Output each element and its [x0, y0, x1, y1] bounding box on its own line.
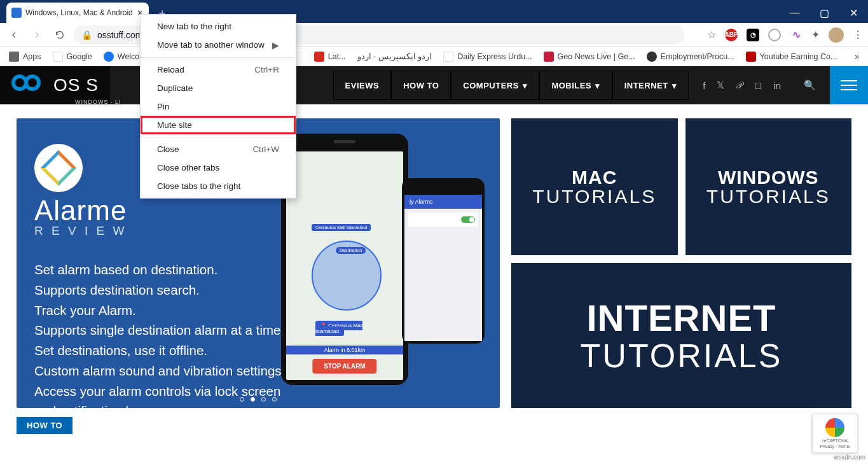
- titlebar: Windows, Linux, Mac & Android ✕ ＋ — ▢ ✕: [0, 0, 868, 23]
- watermark: wsxdn.com: [834, 454, 865, 461]
- app-icon: [34, 144, 83, 192]
- ctx-reload[interactable]: ReloadCtrl+R: [141, 60, 296, 79]
- ctx-new-tab-right[interactable]: New tab to the right: [141, 17, 296, 36]
- bookmark-employment[interactable]: Employment/Procu...: [643, 49, 738, 64]
- recaptcha-icon: [825, 418, 844, 437]
- phone-big: Centaurus Mall Islamabad Destination 📍 C…: [281, 134, 408, 385]
- ctx-separator: [141, 57, 296, 58]
- apps-icon: [9, 52, 19, 62]
- tile-mac[interactable]: MAC TUTORIALS: [511, 118, 678, 255]
- lock-icon: 🔒: [81, 30, 92, 40]
- map-pin: 📍 Centaurus Mall Islamabad: [315, 321, 362, 336]
- main-nav: EVIEWS HOW TO COMPUTERS▾ MOBILES▾ INTERN…: [333, 71, 689, 100]
- tab-context-menu: New tab to the right Move tab to another…: [140, 14, 296, 199]
- extensions-icon[interactable]: ✦: [811, 29, 820, 41]
- site-icon: [314, 52, 324, 62]
- toolbar: 🔒 osstuff.com ☆ ABP ◔ ∿ ✦ ⋮: [0, 23, 868, 47]
- pinterest-icon[interactable]: 𝒫: [736, 80, 743, 91]
- extension-icon[interactable]: ◔: [747, 29, 759, 41]
- ctx-mute-site[interactable]: Mute site: [141, 116, 296, 134]
- back-button[interactable]: [5, 26, 23, 44]
- favicon-icon: [11, 8, 22, 18]
- logo-icon: [11, 74, 50, 96]
- ctx-close[interactable]: CloseCtrl+W: [141, 140, 296, 158]
- minimize-button[interactable]: —: [780, 3, 809, 23]
- google-icon: [53, 52, 63, 62]
- browser-tab[interactable]: Windows, Linux, Mac & Android ✕: [6, 3, 149, 23]
- bookmark-geo-news[interactable]: Geo News Live | Ge...: [540, 49, 639, 64]
- facebook-icon: [104, 52, 114, 62]
- alarm-distance: Alarm in 8.01km: [286, 346, 403, 354]
- toggle-icon: [461, 216, 475, 223]
- bookmark-google[interactable]: Google: [49, 49, 96, 64]
- logo-text: OS S: [53, 75, 99, 95]
- alarm-row: Centaurus Mall Islamabad OFF: [408, 213, 478, 227]
- small-header: ly Alarms: [404, 195, 482, 209]
- site-header: OS S EVIEWS HOW TO COMPUTERS▾ MOBILES▾ I…: [0, 66, 868, 104]
- bookmark-lat[interactable]: Lat...: [310, 49, 350, 64]
- menu-burger[interactable]: [830, 66, 868, 104]
- extension-icon-3[interactable]: ∿: [790, 29, 803, 41]
- chevron-down-icon: ▾: [523, 81, 528, 90]
- map-label: Centaurus Mall Islamabad: [312, 224, 371, 231]
- toolbar-actions: ☆ ABP ◔ ∿ ✦ ⋮: [707, 27, 863, 43]
- ctx-close-other[interactable]: Close other tabs: [141, 158, 296, 177]
- ctx-close-right[interactable]: Close tabs to the right: [141, 177, 296, 195]
- instagram-icon[interactable]: ◻: [754, 80, 762, 91]
- bookmarks-overflow[interactable]: »: [851, 50, 863, 64]
- ctx-move-tab[interactable]: Move tab to another window▶: [141, 36, 296, 55]
- ctx-separator: [141, 137, 296, 137]
- nav-internet[interactable]: INTERNET▾: [612, 71, 689, 100]
- menu-icon[interactable]: ⋮: [853, 29, 863, 41]
- twitter-icon[interactable]: 𝕏: [717, 80, 724, 91]
- star-icon[interactable]: ☆: [707, 29, 716, 41]
- tile-windows[interactable]: WINDOWS TUTORIALS: [685, 118, 852, 255]
- hero-subtitle: R E V I E W: [34, 224, 285, 238]
- social-icons: f 𝕏 𝒫 ◻ in 🔍: [689, 80, 830, 91]
- google-icon: [443, 52, 453, 62]
- adblock-icon[interactable]: ABP: [725, 29, 738, 41]
- destination-pill: Destination: [336, 247, 366, 254]
- page-content: Alarme R E V I E W Set alarm based on de…: [0, 104, 868, 412]
- chevron-down-icon: ▾: [595, 81, 600, 90]
- url-text: osstuff.com: [97, 30, 142, 40]
- forward-button[interactable]: [28, 26, 46, 44]
- nav-mobiles[interactable]: MOBILES▾: [539, 71, 612, 100]
- ctx-pin[interactable]: Pin: [141, 97, 296, 116]
- hero-title: Alarme: [34, 195, 285, 227]
- phone-small: ly Alarms Centaurus Mall Islamabad OFF: [402, 178, 485, 344]
- close-window-button[interactable]: ✕: [839, 3, 868, 23]
- vss-icon: [746, 52, 756, 62]
- extension-icon-2[interactable]: [768, 29, 781, 41]
- phone-mockups: Centaurus Mall Islamabad Destination 📍 C…: [281, 134, 485, 395]
- linkedin-icon[interactable]: in: [773, 80, 781, 91]
- bookmark-youtube-earning[interactable]: Youtube Earning Co...: [742, 49, 841, 64]
- tile-internet[interactable]: INTERNET TUTORIALS: [511, 263, 851, 408]
- ctx-duplicate[interactable]: Duplicate: [141, 79, 296, 97]
- reload-button[interactable]: [51, 26, 69, 44]
- submenu-arrow-icon: ▶: [272, 40, 279, 50]
- nav-reviews[interactable]: EVIEWS: [333, 71, 392, 100]
- nav-computers[interactable]: COMPUTERS▾: [451, 71, 539, 100]
- facebook-icon[interactable]: f: [703, 80, 705, 91]
- slide-dots[interactable]: [240, 397, 277, 402]
- logo-subtitle: WINDOWS · LI: [75, 99, 121, 105]
- map-view: Centaurus Mall Islamabad Destination 📍 C…: [286, 151, 403, 380]
- apps-bookmark[interactable]: Apps: [5, 49, 45, 64]
- maximize-button[interactable]: ▢: [809, 3, 839, 23]
- window-controls: — ▢ ✕: [780, 3, 868, 23]
- chevron-down-icon: ▾: [672, 81, 677, 90]
- recaptcha-badge[interactable]: reCAPTCHA Privacy · Terms: [812, 414, 858, 453]
- bookmark-express-urdu[interactable]: اردو ایکسپریس - اردو: [354, 49, 436, 64]
- profile-avatar[interactable]: [829, 27, 844, 43]
- search-icon[interactable]: 🔍: [804, 80, 816, 91]
- globe-icon: [647, 52, 657, 62]
- bookmarks-bar: Apps Google Welco... Lat... اردو ایکسپری…: [0, 47, 868, 66]
- stop-alarm-button: STOP ALARM: [312, 359, 376, 374]
- geo-icon: [544, 52, 554, 62]
- bookmark-daily-express[interactable]: Daily Express Urdu...: [439, 49, 535, 64]
- tab-title: Windows, Linux, Mac & Android: [25, 8, 133, 17]
- aside-tiles: MAC TUTORIALS WINDOWS TUTORIALS INTERNET…: [511, 118, 851, 408]
- nav-howto[interactable]: HOW TO: [391, 71, 451, 100]
